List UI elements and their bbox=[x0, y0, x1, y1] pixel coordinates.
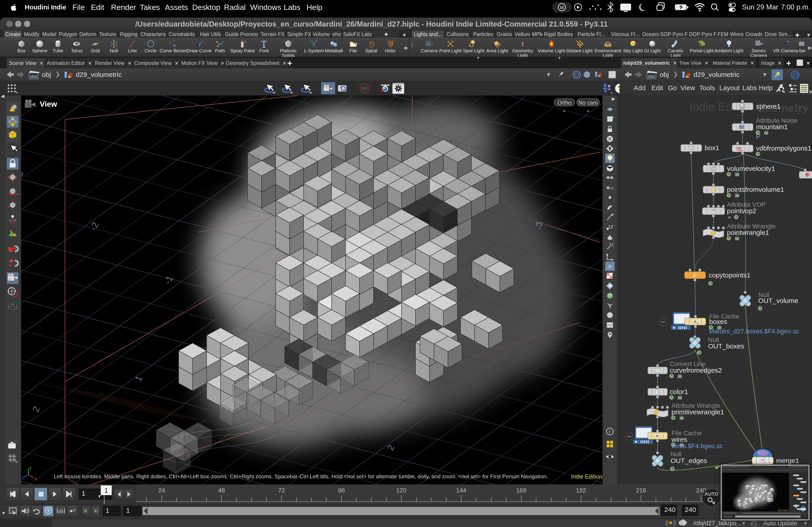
svg-text:96: 96 bbox=[338, 487, 345, 494]
svg-text:i: i bbox=[609, 428, 610, 434]
svg-text:72: 72 bbox=[278, 487, 285, 494]
svg-text:P: P bbox=[756, 133, 760, 140]
svg-text:pointvop2: pointvop2 bbox=[727, 207, 756, 215]
svg-text:Null: Null bbox=[670, 451, 681, 457]
svg-text:2: 2 bbox=[30, 405, 42, 413]
svg-text:216: 216 bbox=[636, 487, 646, 494]
svg-text:merge1: merge1 bbox=[776, 457, 799, 464]
svg-text:1: 1 bbox=[133, 374, 144, 383]
svg-text:-3: -3 bbox=[534, 222, 544, 230]
svg-text:pointsfromvolume1: pointsfromvolume1 bbox=[727, 186, 784, 193]
svg-text:192: 192 bbox=[576, 487, 586, 494]
svg-text:VDB: VDB bbox=[737, 149, 742, 152]
svg-text:12: 12 bbox=[608, 224, 613, 229]
svg-text:OUT_volume: OUT_volume bbox=[758, 297, 798, 304]
svg-text:sphere1: sphere1 bbox=[756, 103, 780, 110]
svg-text:168: 168 bbox=[516, 487, 526, 494]
svg-text:48: 48 bbox=[218, 487, 225, 494]
svg-text:24: 24 bbox=[158, 487, 165, 494]
svg-text:y: y bbox=[29, 466, 32, 470]
svg-text:curvefromedges2: curvefromedges2 bbox=[670, 366, 722, 374]
svg-text:-2: -2 bbox=[88, 221, 100, 232]
svg-text:primitivewrangle1: primitivewrangle1 bbox=[671, 408, 724, 416]
svg-text:volumevelocity1: volumevelocity1 bbox=[727, 165, 775, 172]
svg-text:3: 3 bbox=[21, 169, 26, 178]
svg-text:mountain1: mountain1 bbox=[756, 123, 788, 131]
svg-text:pointwrangle1: pointwrangle1 bbox=[727, 229, 769, 236]
svg-text:w: w bbox=[560, 4, 564, 10]
svg-text:wires.$F4.bgeo.sc: wires.$F4.bgeo.sc bbox=[671, 442, 723, 450]
svg-text:12: 12 bbox=[609, 243, 613, 247]
svg-text:z: z bbox=[21, 476, 24, 481]
svg-text:2: 2 bbox=[385, 443, 396, 452]
svg-text:OUT_boxes: OUT_boxes bbox=[708, 342, 744, 350]
svg-text:x: x bbox=[35, 477, 37, 481]
svg-text:wires: wires bbox=[671, 436, 687, 443]
svg-text:boxes: boxes bbox=[709, 318, 727, 325]
svg-text:Mardini_d27.boxes.$F4.bgeo.sc: Mardini_d27.boxes.$F4.bgeo.sc bbox=[709, 328, 799, 335]
svg-text:144: 144 bbox=[456, 487, 466, 494]
svg-text:120: 120 bbox=[396, 487, 406, 494]
svg-text:vdbfrompolygons1: vdbfrompolygons1 bbox=[756, 145, 811, 152]
svg-text:Indie Edition: Indie Edition bbox=[778, 509, 789, 511]
svg-text:box1: box1 bbox=[705, 144, 719, 151]
svg-text:-1: -1 bbox=[162, 274, 175, 286]
svg-text:1: 1 bbox=[104, 487, 108, 494]
svg-text:OUT_edges: OUT_edges bbox=[670, 457, 707, 464]
svg-text:copytopoints1: copytopoints1 bbox=[709, 271, 751, 279]
svg-text:color1: color1 bbox=[670, 388, 688, 395]
